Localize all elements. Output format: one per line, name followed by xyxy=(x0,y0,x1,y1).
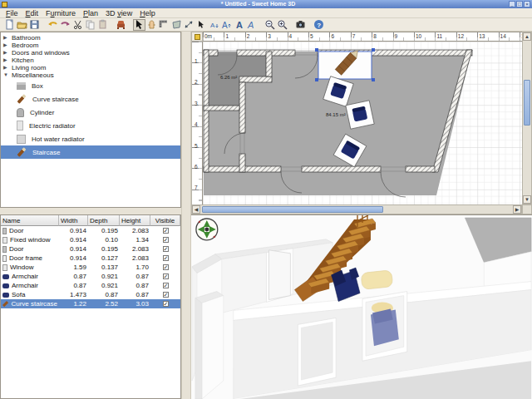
copy-button[interactable] xyxy=(84,19,96,31)
plan-horizontal-scrollbar[interactable]: ◀ ▶ xyxy=(191,204,522,214)
column-header-height[interactable]: Height xyxy=(120,215,150,226)
column-header-visible[interactable]: Visible xyxy=(150,215,180,226)
new-home-button[interactable] xyxy=(3,19,16,31)
paste-button[interactable] xyxy=(96,19,109,31)
cut-button[interactable] xyxy=(71,19,84,31)
visible-checkbox[interactable]: ✓ xyxy=(163,264,169,270)
create-rooms-button[interactable] xyxy=(170,19,183,31)
save-button[interactable] xyxy=(28,19,41,31)
catalog-item-electric-radiator[interactable]: Electric radiator xyxy=(1,119,180,132)
table-row[interactable]: Armchair0.870.9210.87✓ xyxy=(1,272,180,281)
maximize-button[interactable]: □ xyxy=(516,1,523,7)
column-header-name[interactable]: Name xyxy=(1,215,59,226)
visible-checkbox[interactable]: ✓ xyxy=(163,246,169,252)
scroll-right-button[interactable]: ▶ xyxy=(513,205,521,214)
menu-edit[interactable]: Edit xyxy=(22,8,42,18)
v-ruler-label: 3 xyxy=(195,101,198,106)
help-button[interactable]: ? xyxy=(313,19,325,31)
visible-checkbox[interactable]: ✓ xyxy=(163,273,169,279)
window-right xyxy=(362,292,407,362)
table-row[interactable]: Armchair0.870.9210.87✓ xyxy=(1,281,180,290)
visible-checkbox[interactable]: ✓ xyxy=(163,228,169,234)
scroll-up-button[interactable]: ▲ xyxy=(523,32,531,41)
catalog-category-doors-and-windows[interactable]: ▶Doors and windows xyxy=(1,49,180,57)
create-dimensions-button[interactable] xyxy=(183,19,195,31)
visible-checkbox[interactable]: ✓ xyxy=(163,301,169,307)
plan-armchair-2[interactable] xyxy=(346,101,374,129)
catalog-category-kitchen[interactable]: ▶Kitchen xyxy=(1,57,180,64)
cell-name: Sofa xyxy=(1,290,59,299)
close-button[interactable]: × xyxy=(524,1,530,7)
title-bar[interactable]: * Untitled - Sweet Home 3D _□× xyxy=(0,0,532,8)
furniture-list-table[interactable]: NameWidthDepthHeightVisibleDoor0.9140.19… xyxy=(0,214,181,399)
redo-button[interactable] xyxy=(59,19,71,31)
undo-button[interactable] xyxy=(47,19,59,31)
add-furniture-button[interactable] xyxy=(115,19,127,31)
catalog-item-curve-staircase[interactable]: Curve staircase xyxy=(1,92,180,106)
compass-icon[interactable] xyxy=(196,219,218,240)
sofa-3d[interactable] xyxy=(361,270,393,290)
plan-selected-curve-staircase[interactable] xyxy=(315,48,375,81)
plan-vertical-scrollbar[interactable]: ▲ ▼ xyxy=(522,32,532,204)
increase-text-size-button[interactable]: A xyxy=(220,19,233,31)
view-3d[interactable] xyxy=(191,214,532,399)
undo-icon xyxy=(47,19,58,30)
scroll-left-button[interactable]: ◀ xyxy=(192,205,200,214)
cell-width: 0.914 xyxy=(59,254,88,263)
pan-button[interactable] xyxy=(145,19,158,31)
cell-height: 2.083 xyxy=(120,226,150,235)
catalog-category-miscellaneous[interactable]: ▼Miscellaneous xyxy=(1,71,180,79)
zoom-out-icon xyxy=(264,19,275,30)
select-button[interactable] xyxy=(133,19,145,31)
add-texts-button[interactable] xyxy=(195,19,208,31)
catalog-category-bedroom[interactable]: ▶Bedroom xyxy=(1,42,180,49)
vertical-splitter[interactable] xyxy=(181,32,191,399)
cell-visible: ✓ xyxy=(150,272,180,281)
column-header-depth[interactable]: Depth xyxy=(88,215,120,226)
catalog-item-label: Hot water radiator xyxy=(32,135,85,143)
cell-name: Armchair xyxy=(1,281,59,290)
menu-file[interactable]: File xyxy=(2,8,22,18)
menu-3d-view[interactable]: 3D view xyxy=(102,8,135,18)
v-ruler-label: 7 xyxy=(195,185,198,190)
menu-plan[interactable]: Plan xyxy=(80,8,101,18)
vertical-scroll-thumb[interactable] xyxy=(524,80,530,126)
zoom-out-button[interactable] xyxy=(264,19,276,31)
table-row[interactable]: Sofa1.4730.870.87✓ xyxy=(1,290,180,299)
scroll-down-button[interactable]: ▼ xyxy=(523,195,531,204)
table-row[interactable]: Door frame0.9140.1272.083✓ xyxy=(1,254,180,263)
create-walls-button[interactable] xyxy=(158,19,170,31)
table-row[interactable]: Curve staircase1.222.523.03✓ xyxy=(1,299,180,308)
visible-checkbox[interactable]: ✓ xyxy=(163,255,169,261)
table-row[interactable]: Fixed window0.9140.101.34✓ xyxy=(1,235,180,244)
table-row[interactable]: Door0.9140.1952.083✓ xyxy=(1,226,180,235)
catalog-item-hot-water-radiator[interactable]: Hot water radiator xyxy=(1,132,180,145)
column-header-width[interactable]: Width xyxy=(59,215,88,226)
cell-width: 1.22 xyxy=(59,299,88,308)
visible-checkbox[interactable]: ✓ xyxy=(163,283,169,288)
curve-staircase-icon xyxy=(2,301,8,307)
h-ruler-label: 13 xyxy=(479,33,485,39)
visible-checkbox[interactable]: ✓ xyxy=(163,292,169,298)
catalog-category-living-room[interactable]: ▶Living room xyxy=(1,64,180,71)
plan-canvas[interactable]: 6.26 m² 84.15 m² xyxy=(203,42,522,204)
catalog-item-box[interactable]: Box xyxy=(1,79,180,92)
catalog-item-cylinder[interactable]: Cylinder xyxy=(1,106,180,119)
italic-button[interactable]: A xyxy=(245,19,258,31)
furniture-catalog-tree[interactable]: ▶Bathroom▶Bedroom▶Doors and windows▶Kitc… xyxy=(0,32,181,208)
table-row[interactable]: Window1.590.1371.70✓ xyxy=(1,263,180,272)
menu-furniture[interactable]: Furniture xyxy=(42,8,79,18)
catalog-category-bathroom[interactable]: ▶Bathroom xyxy=(1,34,180,42)
menu-help[interactable]: Help xyxy=(136,8,159,18)
table-row[interactable]: Door0.9140.1952.083✓ xyxy=(1,244,180,254)
catalog-item-staircase[interactable]: Staircase xyxy=(1,145,180,159)
create-photo-button[interactable] xyxy=(294,19,307,31)
bold-button[interactable]: A xyxy=(233,19,245,31)
decrease-text-size-button[interactable]: A xyxy=(208,19,220,31)
visible-checkbox[interactable]: ✓ xyxy=(163,237,169,243)
open-button[interactable] xyxy=(16,19,28,31)
horizontal-scroll-thumb[interactable] xyxy=(202,206,383,213)
left-horizontal-splitter[interactable] xyxy=(0,208,181,214)
minimize-button[interactable]: _ xyxy=(509,1,515,7)
zoom-in-button[interactable] xyxy=(276,19,288,31)
